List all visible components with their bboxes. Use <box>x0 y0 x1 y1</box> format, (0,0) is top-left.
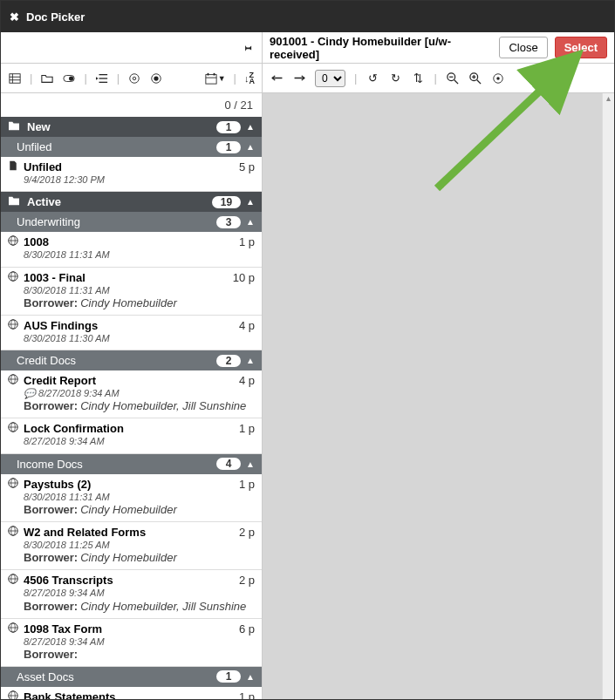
doc-type-icon <box>8 319 18 332</box>
folder-open-icon[interactable] <box>40 71 54 85</box>
target-dot-icon[interactable] <box>491 71 505 85</box>
doc-pages: 4 p <box>239 374 255 387</box>
doc-type-icon <box>8 622 18 635</box>
doc-pages: 2 p <box>239 574 255 587</box>
doc-item[interactable]: Unfiled5 p9/4/2018 12:30 PM <box>1 157 262 192</box>
doc-name: Bank Statements <box>24 690 239 700</box>
svg-point-11 <box>133 77 136 80</box>
doc-date: 9/4/2018 12:30 PM <box>8 173 255 186</box>
comment-icon: 💬 <box>24 388 38 398</box>
doc-item[interactable]: Lock Confirmation1 p8/27/2018 9:34 AM <box>1 418 262 453</box>
svg-line-22 <box>477 79 481 83</box>
subsection-unfiled[interactable]: Unfiled1▲ <box>1 137 262 157</box>
doc-name: Credit Report <box>24 374 239 387</box>
subsection-label: Income Docs <box>17 458 83 471</box>
close-button[interactable]: Close <box>499 37 547 58</box>
section-new[interactable]: New1▲ <box>1 117 262 137</box>
doc-pages: 1 p <box>239 478 255 491</box>
zoom-in-icon[interactable] <box>468 71 482 85</box>
panel-layout-icon[interactable] <box>8 71 22 85</box>
section-active[interactable]: Active19▲ <box>1 192 262 212</box>
subsection-asset docs[interactable]: Asset Docs1▲ <box>1 667 262 687</box>
doc-item[interactable]: W2 and Related Forms2 p8/30/2018 11:25 A… <box>1 522 262 570</box>
doc-name: Paystubs (2) <box>24 478 239 491</box>
header-right-pane: 901001 - Cindy Homebuilder [u/w-received… <box>263 35 614 61</box>
rotate-left-icon[interactable]: ↺ <box>366 71 379 85</box>
page-select[interactable]: 0 <box>315 70 345 87</box>
collapse-icon[interactable]: ▲ <box>246 122 255 132</box>
doc-item[interactable]: Bank Statements1 p8/27/2018 9:34 AM <box>1 687 262 700</box>
subsection-count: 1 <box>216 141 241 153</box>
header-left-pane <box>1 32 263 63</box>
doc-item[interactable]: Paystubs (2)1 p8/30/2018 11:31 AMBorrowe… <box>1 474 262 522</box>
svg-point-10 <box>130 73 140 83</box>
record-dot-icon[interactable] <box>149 71 163 85</box>
doc-pages: 1 p <box>239 690 255 700</box>
zoom-out-icon[interactable] <box>446 71 460 85</box>
doc-type-icon <box>8 422 18 435</box>
doc-date: 8/30/2018 11:31 AM <box>8 284 255 296</box>
doc-pages: 4 p <box>239 319 255 332</box>
collapse-icon[interactable]: ▲ <box>246 356 255 365</box>
collapse-icon[interactable]: ▲ <box>246 197 255 207</box>
svg-rect-14 <box>206 74 216 84</box>
doc-date: 8/27/2018 9:34 AM <box>8 635 255 648</box>
doc-type-icon <box>8 160 18 173</box>
doc-borrower: Borrower: Cindy Homebuilder <box>8 551 255 564</box>
collapse-icon[interactable]: ▲ <box>246 672 255 682</box>
subsection-label: Unfiled <box>17 140 51 153</box>
subsection-count: 1 <box>216 670 241 683</box>
collapse-icon[interactable]: ▲ <box>246 459 255 469</box>
svg-line-19 <box>454 79 458 83</box>
doc-name: Unfiled <box>24 160 239 173</box>
toolbar-left: | | | ▼ | ↓ZA <box>1 64 263 92</box>
collapse-icon[interactable]: ▲ <box>246 217 255 227</box>
toggle-icon[interactable] <box>62 71 76 85</box>
selection-counter: 0 / 21 <box>1 93 262 117</box>
subsection-underwriting[interactable]: Underwriting3▲ <box>1 212 262 232</box>
doc-type-icon <box>8 690 18 700</box>
document-sidebar[interactable]: 0 / 21 New1▲Unfiled1▲Unfiled5 p9/4/2018 … <box>1 93 263 700</box>
sort-alpha-icon[interactable]: ↓ZA <box>244 71 255 85</box>
doc-item[interactable]: Credit Report4 p💬 8/27/2018 9:34 AMBorro… <box>1 370 262 418</box>
doc-type-icon <box>8 271 18 284</box>
doc-pages: 1 p <box>239 422 255 435</box>
doc-item[interactable]: 4506 Transcripts2 p8/27/2018 9:34 AMBorr… <box>1 570 262 618</box>
doc-type-icon <box>8 478 18 491</box>
calendar-icon[interactable]: ▼ <box>205 71 226 85</box>
doc-item[interactable]: 1098 Tax Form6 p8/27/2018 9:34 AMBorrowe… <box>1 619 262 667</box>
swap-vert-icon[interactable]: ⇅ <box>411 71 425 85</box>
window-titlebar: ✖ Doc Picker <box>1 1 614 32</box>
window-title: Doc Picker <box>26 10 85 24</box>
select-button[interactable]: Select <box>555 37 607 58</box>
doc-name: 1098 Tax Form <box>24 622 239 635</box>
nav-back-icon[interactable]: 🡐 <box>270 71 284 85</box>
doc-borrower: Borrower: Cindy Homebuilder, Jill Sunshi… <box>8 600 255 613</box>
nav-forward-icon[interactable]: 🡒 <box>292 71 306 85</box>
doc-name: 4506 Transcripts <box>24 574 239 587</box>
doc-name: AUS Findings <box>24 319 239 332</box>
pin-icon[interactable] <box>241 41 255 55</box>
doc-pages: 2 p <box>239 526 255 539</box>
subsection-label: Credit Docs <box>17 354 76 367</box>
subsection-income docs[interactable]: Income Docs4▲ <box>1 454 262 474</box>
subsection-label: Underwriting <box>17 215 80 228</box>
doc-borrower: Borrower: <box>8 648 255 661</box>
header-row: 901001 - Cindy Homebuilder [u/w-received… <box>1 32 614 64</box>
svg-point-26 <box>496 77 500 80</box>
doc-item[interactable]: 10081 p8/30/2018 11:31 AM <box>1 232 262 267</box>
doc-type-icon <box>8 574 18 587</box>
rotate-right-icon[interactable]: ↻ <box>388 71 402 85</box>
doc-date: 8/30/2018 11:30 AM <box>8 332 255 344</box>
doc-item[interactable]: AUS Findings4 p8/30/2018 11:30 AM <box>1 316 262 350</box>
doc-pages: 6 p <box>239 622 255 635</box>
doc-date: 8/27/2018 9:34 AM <box>8 587 255 599</box>
doc-item[interactable]: 1003 - Final10 p8/30/2018 11:31 AMBorrow… <box>1 268 262 316</box>
collapse-icon[interactable]: ▲ <box>246 142 255 152</box>
subsection-count: 2 <box>216 355 241 367</box>
preview-scrollbar[interactable]: ▴ <box>602 93 614 700</box>
subsection-credit docs[interactable]: Credit Docs2▲ <box>1 350 262 370</box>
target-icon[interactable] <box>127 71 141 85</box>
list-indent-icon[interactable] <box>95 71 109 85</box>
doc-type-icon <box>8 374 18 387</box>
